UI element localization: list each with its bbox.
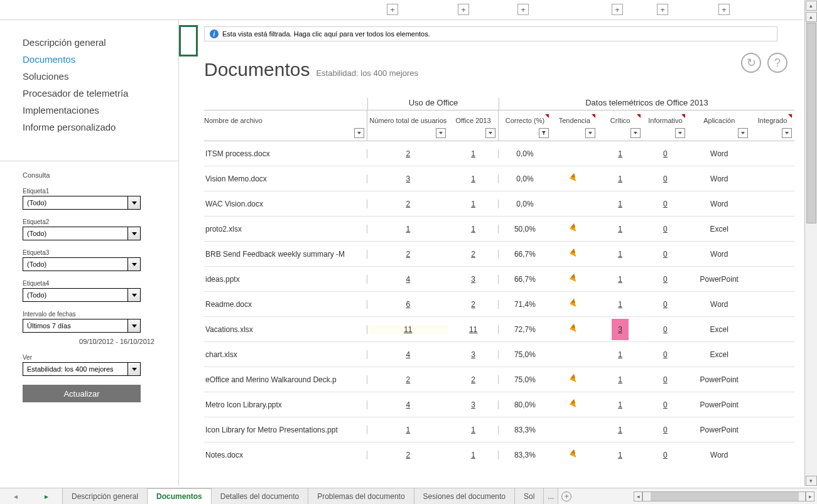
filter-button[interactable] — [585, 128, 595, 138]
cell-office[interactable]: 2 — [448, 300, 499, 309]
cell-filename[interactable]: Vision Memo.docx — [204, 174, 367, 183]
cell-filename[interactable]: chart.xlsx — [204, 350, 367, 359]
cell-users[interactable]: 6 — [367, 300, 448, 309]
nav-item[interactable]: Soluciones — [0, 68, 178, 85]
cell-filename[interactable]: Metro Icon Library.pptx — [204, 400, 367, 409]
cell-office[interactable]: 1 — [448, 225, 499, 233]
nav-item[interactable]: Descripción general — [0, 34, 178, 51]
date-select[interactable]: Últimos 7 días — [23, 319, 141, 333]
cell-critical[interactable]: 1 — [598, 426, 643, 434]
cell-users[interactable]: 2 — [367, 451, 448, 459]
cell-filename[interactable]: proto2.xlsx — [204, 225, 367, 233]
scroll-up-icon[interactable]: ▴ — [806, 1, 817, 11]
cell-users[interactable]: 4 — [367, 275, 448, 284]
cell-informative[interactable]: 0 — [643, 225, 688, 233]
nav-item[interactable]: Informe personalizado — [0, 119, 178, 136]
cell-filename[interactable]: Notes.docx — [204, 451, 367, 459]
nav-item[interactable]: Implementaciones — [0, 102, 178, 119]
cell-office[interactable]: 1 — [448, 451, 499, 459]
cell-critical[interactable]: 1 — [598, 275, 643, 284]
cell-users[interactable]: 2 — [367, 250, 448, 259]
cell-users[interactable]: 3 — [367, 174, 448, 183]
sheet-tab[interactable]: Detalles del documento — [212, 488, 308, 504]
cell-critical[interactable]: 1 — [598, 350, 643, 359]
cell-informative[interactable]: 0 — [643, 300, 688, 309]
filter-button[interactable] — [354, 128, 364, 138]
cell-critical[interactable]: 1 — [598, 250, 643, 259]
cell-critical[interactable]: 1 — [598, 149, 643, 158]
filter-button[interactable] — [485, 128, 495, 138]
tab-first-icon[interactable]: ◂ — [14, 492, 18, 501]
v-scrollbar[interactable]: ▴ ▴ ▾ — [804, 0, 817, 486]
cell-critical[interactable]: 1 — [598, 225, 643, 233]
cell-critical[interactable]: 1 — [598, 375, 643, 384]
cell-informative[interactable]: 0 — [643, 325, 688, 334]
sheet-tab[interactable]: Sesiones del documento — [414, 488, 515, 504]
sheet-tab[interactable]: Descripción general — [63, 488, 148, 504]
cell-filename[interactable]: BRB Send Feedback weekly summary -M — [204, 250, 367, 259]
cell-filename[interactable]: Readme.docx — [204, 300, 367, 309]
h-scroll-thumb[interactable] — [651, 492, 799, 501]
filter-select[interactable]: (Todo) — [23, 288, 141, 302]
cell-office[interactable]: 1 — [448, 426, 499, 434]
cell-users[interactable]: 11 — [367, 325, 448, 334]
help-button[interactable]: ? — [767, 53, 787, 73]
filter-select[interactable]: (Todo) — [23, 196, 141, 210]
cell-filename[interactable]: eOffice and Merino Walkaround Deck.p — [204, 375, 367, 384]
nav-item[interactable]: Procesador de telemetría — [0, 85, 178, 102]
scroll-up2-icon[interactable]: ▴ — [806, 12, 817, 22]
sheet-tab[interactable]: Documentos — [148, 488, 212, 504]
column-add-button[interactable]: + — [657, 4, 668, 15]
cell-filename[interactable]: Vacations.xlsx — [204, 325, 367, 334]
cell-critical[interactable]: 1 — [598, 451, 643, 459]
cell-office[interactable]: 3 — [448, 350, 499, 359]
filter-banner[interactable]: i Esta vista está filtrada. Haga clic aq… — [204, 26, 777, 41]
scroll-down-icon[interactable]: ▾ — [806, 476, 817, 486]
cell-office[interactable]: 3 — [448, 275, 499, 284]
update-button[interactable]: Actualizar — [23, 385, 141, 402]
cell-informative[interactable]: 0 — [643, 451, 688, 459]
sheet-tab[interactable]: Problemas del documento — [308, 488, 414, 504]
filter-button[interactable] — [630, 128, 641, 138]
sheet-tab[interactable]: Sol — [515, 488, 544, 504]
cell-office[interactable]: 3 — [448, 400, 499, 409]
filter-button[interactable] — [436, 128, 446, 138]
cell-informative[interactable]: 0 — [643, 275, 688, 284]
cell-office[interactable]: 2 — [448, 250, 499, 259]
cell-office[interactable]: 1 — [448, 200, 499, 208]
cell-office[interactable]: 2 — [448, 375, 499, 384]
cell-informative[interactable]: 0 — [643, 350, 688, 359]
cell-informative[interactable]: 0 — [643, 426, 688, 434]
cell-users[interactable]: 4 — [367, 350, 448, 359]
cell-informative[interactable]: 0 — [643, 174, 688, 183]
tab-nav-arrows[interactable]: ◂ ▸ — [0, 488, 63, 504]
view-select[interactable]: Estabilidad: los 400 mejores — [23, 362, 141, 376]
cell-informative[interactable]: 0 — [643, 375, 688, 384]
scroll-right-icon[interactable]: ▸ — [806, 491, 814, 501]
cell-filename[interactable]: WAC Vision.docx — [204, 200, 367, 208]
cell-informative[interactable]: 0 — [643, 250, 688, 259]
h-scrollbar[interactable]: ◂ ▸ — [575, 488, 817, 504]
cell-filename[interactable]: ITSM process.docx — [204, 149, 367, 158]
cell-informative[interactable]: 0 — [643, 200, 688, 208]
cell-office[interactable]: 1 — [448, 174, 499, 183]
column-add-button[interactable]: + — [517, 4, 529, 15]
cell-office[interactable]: 11 — [448, 325, 499, 334]
cell-filename[interactable]: Icon Library for Metro Presentations.ppt — [204, 426, 367, 434]
filter-button[interactable] — [675, 128, 685, 138]
cell-users[interactable]: 1 — [367, 225, 448, 233]
cell-critical[interactable]: 3 — [598, 325, 643, 334]
cell-users[interactable]: 2 — [367, 149, 448, 158]
refresh-button[interactable]: ↻ — [741, 53, 761, 73]
cell-users[interactable]: 2 — [367, 200, 448, 208]
cell-critical[interactable]: 1 — [598, 300, 643, 309]
cell-office[interactable]: 1 — [448, 149, 499, 158]
cell-users[interactable]: 1 — [367, 426, 448, 434]
cell-filename[interactable]: ideas.pptx — [204, 275, 367, 284]
nav-item[interactable]: Documentos — [0, 51, 178, 68]
v-scroll-track[interactable] — [806, 23, 816, 475]
filter-button[interactable] — [738, 128, 748, 138]
h-scroll-track[interactable] — [642, 491, 806, 501]
filter-button-active[interactable] — [539, 128, 549, 138]
v-scroll-thumb[interactable] — [806, 23, 816, 223]
